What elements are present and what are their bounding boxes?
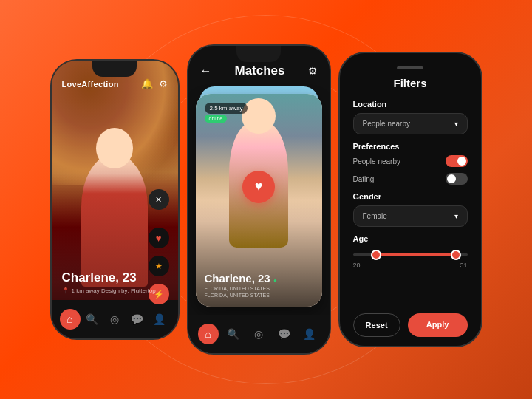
apply-button[interactable]: Apply	[408, 313, 468, 337]
person-body	[81, 154, 148, 287]
filters-footer: Reset Apply	[340, 304, 481, 346]
back-button[interactable]: ←	[200, 64, 212, 78]
people-nearby-toggle[interactable]	[446, 155, 468, 167]
location-pin-icon: 📍	[62, 287, 69, 294]
reset-button[interactable]: Reset	[353, 313, 400, 337]
matches-title: Matches	[234, 64, 284, 78]
online-badge: online	[205, 115, 228, 123]
nav-chat-left[interactable]: 💬	[126, 309, 147, 330]
gender-section-label: Gender	[353, 192, 468, 201]
age-slider-fill	[376, 253, 457, 256]
nav-activity-middle[interactable]: ◎	[248, 324, 269, 344]
preferences-section-label: Preferences	[353, 142, 468, 151]
location-dropdown-text: People nearby	[363, 120, 411, 128]
middle-header: ← Matches ⚙	[188, 64, 330, 78]
bottom-nav-middle: ⌂ 🔍 ◎ 💬 👤	[188, 315, 330, 353]
person-head	[96, 128, 133, 168]
drag-handle[interactable]	[397, 66, 423, 69]
card-user-location-2: FLORIDA, UNITED STATES	[205, 293, 277, 298]
gender-dropdown-text: Female	[363, 212, 387, 220]
nav-chat-middle[interactable]: 💬	[273, 324, 294, 344]
location-section-label: Location	[353, 100, 468, 109]
phone-left: LoveAffection 🔔 ⚙ ✕ ♥ ★ ⚡ Charlene, 23 📍…	[50, 59, 180, 340]
right-phone-content: Filters Location People nearby ▾ Prefere…	[340, 53, 481, 346]
left-header: LoveAffection 🔔 ⚙	[52, 78, 178, 89]
like-button[interactable]: ♥	[149, 228, 169, 248]
age-max-value: 31	[460, 262, 467, 269]
people-nearby-label: People nearby	[353, 157, 401, 166]
nav-activity-left[interactable]: ◎	[104, 309, 125, 330]
middle-phone-content: ← Matches ⚙ 2.5 km away	[188, 46, 330, 353]
age-min-thumb[interactable]	[371, 250, 381, 260]
bottom-nav-left: ⌂ 🔍 ◎ 💬 👤	[52, 300, 178, 338]
nav-search-middle[interactable]: 🔍	[223, 324, 244, 344]
gender-dropdown[interactable]: Female ▾	[353, 205, 468, 227]
phone-middle: ← Matches ⚙ 2.5 km away	[187, 44, 331, 355]
phone-right: Filters Location People nearby ▾ Prefere…	[338, 52, 482, 347]
age-values: 20 31	[353, 262, 468, 269]
nav-home-middle[interactable]: ⌂	[198, 324, 219, 344]
nav-home-left[interactable]: ⌂	[60, 309, 81, 330]
card-front[interactable]: 2.5 km away online ♥ Charlene, 23 ● FLOR…	[196, 94, 322, 307]
people-nearby-row: People nearby	[353, 155, 468, 167]
age-max-thumb[interactable]	[451, 250, 461, 260]
heart-center-button[interactable]: ♥	[242, 171, 275, 203]
online-dot: ●	[273, 277, 277, 284]
notch-left	[92, 61, 137, 77]
age-section-label: Age	[353, 234, 468, 243]
left-phone-content: LoveAffection 🔔 ⚙ ✕ ♥ ★ ⚡ Charlene, 23 📍…	[52, 61, 178, 338]
filters-body: Location People nearby ▾ Preferences Peo…	[340, 100, 481, 304]
filter-icon-middle[interactable]: ⚙	[308, 65, 318, 77]
age-min-value: 20	[353, 262, 361, 269]
user-location-left: 📍 1 km away Design by: Fluttertop	[62, 287, 156, 294]
phones-container: LoveAffection 🔔 ⚙ ✕ ♥ ★ ⚡ Charlene, 23 📍…	[50, 44, 482, 355]
card-person-head	[242, 98, 276, 134]
notch-middle	[236, 46, 281, 62]
age-slider-track	[353, 253, 468, 256]
card-user-info: Charlene, 23 ● FLORIDA, UNITED STATES FL…	[205, 272, 277, 298]
distance-badge: 2.5 km away	[205, 103, 248, 114]
gender-dropdown-arrow: ▾	[454, 212, 458, 220]
filters-title: Filters	[340, 77, 481, 89]
nav-profile-left[interactable]: 👤	[149, 309, 169, 330]
dating-toggle[interactable]	[446, 173, 468, 185]
nav-search-left[interactable]: 🔍	[82, 309, 103, 330]
card-user-name: Charlene, 23 ●	[205, 272, 277, 284]
bell-icon[interactable]: 🔔	[141, 78, 153, 89]
card-user-location-1: FLORIDA, UNITED STATES	[205, 286, 277, 291]
nav-profile-middle[interactable]: 👤	[299, 324, 319, 344]
dating-label: Dating	[353, 175, 375, 183]
user-name-left: Charlene, 23	[62, 270, 156, 285]
user-info-left: Charlene, 23 📍 1 km away Design by: Flut…	[62, 270, 156, 294]
dating-row: Dating	[353, 173, 468, 185]
location-dropdown[interactable]: People nearby ▾	[353, 113, 468, 134]
app-name: LoveAffection	[62, 80, 119, 89]
sliders-icon[interactable]: ⚙	[159, 78, 168, 89]
dislike-button[interactable]: ✕	[149, 189, 169, 210]
header-icons: 🔔 ⚙	[141, 78, 168, 89]
location-dropdown-arrow: ▾	[454, 120, 458, 128]
cards-area: 2.5 km away online ♥ Charlene, 23 ● FLOR…	[196, 86, 322, 313]
